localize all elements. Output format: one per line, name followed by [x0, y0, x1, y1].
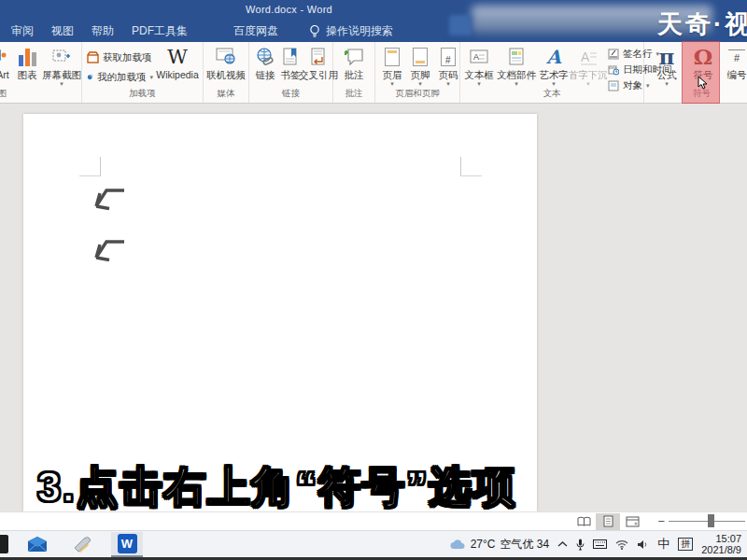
tab-pdf-tools[interactable]: PDF工具集: [132, 23, 188, 39]
wifi-icon[interactable]: [615, 539, 628, 550]
wordart-icon: A: [546, 45, 561, 69]
group-label-comments: 批注: [333, 88, 374, 100]
microphone-icon[interactable]: [576, 539, 585, 551]
taskbar-app-word[interactable]: W: [111, 532, 143, 557]
ribbon-group-comments: 批注 批注: [333, 42, 375, 103]
watermark: 天奇·视: [657, 7, 747, 41]
group-label-header-footer: 页眉和页脚: [375, 88, 459, 100]
browser-app-icon: [71, 535, 93, 553]
online-video-icon: [215, 45, 237, 69]
dropdown-arrow-icon: ▾: [390, 80, 394, 87]
document-page[interactable]: [23, 114, 537, 511]
mouse-cursor-icon: [698, 76, 709, 91]
ribbon-button-header[interactable]: 页眉 ▾: [380, 45, 404, 87]
tab-view[interactable]: 视图: [51, 23, 74, 39]
drop-cap-icon: A: [579, 45, 598, 69]
date-time-icon: [608, 64, 619, 76]
header-icon: [385, 48, 400, 66]
ribbon-group-addins: 获取加载项 我的加载项 ▾ W Wikipedia 加载项: [82, 42, 204, 103]
ribbon: Art 图表 屏幕截图 ▾ 插图: [0, 42, 747, 104]
ribbon-button-comment[interactable]: 批注: [335, 45, 373, 80]
word-window: Word.docx - Word 审阅 视图 帮助 PDF工具集 百度网盘 操作…: [0, 0, 747, 560]
ribbon-button-cross-reference[interactable]: 交叉引用: [303, 45, 334, 80]
print-layout-button[interactable]: [596, 513, 620, 530]
group-label-links: 链接: [249, 88, 332, 100]
ribbon-button-get-addins[interactable]: 获取加载项: [87, 48, 153, 67]
temperature: 27°C: [471, 538, 496, 551]
ribbon-button-link[interactable]: 链接: [252, 45, 278, 80]
ribbon-button-chart[interactable]: 图表: [13, 45, 41, 80]
ribbon-button-wordart[interactable]: A 艺术字 ▾: [539, 45, 569, 87]
word-app-icon: W: [118, 534, 137, 553]
air-quality: 空气优 34: [500, 537, 549, 553]
web-layout-button[interactable]: [620, 513, 644, 530]
zoom-slider[interactable]: −: [654, 514, 745, 528]
ribbon-button-quick-parts[interactable]: 文档部件 ▾: [497, 45, 536, 87]
ime-language-indicator[interactable]: 中: [657, 536, 669, 553]
ime-mode-indicator[interactable]: 拼: [678, 538, 693, 551]
zoom-out-icon[interactable]: −: [654, 514, 669, 528]
tab-baidu-netdisk[interactable]: 百度网盘: [233, 23, 278, 39]
speaker-icon[interactable]: [637, 539, 649, 550]
tab-review[interactable]: 审阅: [11, 23, 34, 39]
ribbon-button-online-video[interactable]: 联机视频: [204, 45, 247, 80]
document-workspace: [0, 105, 747, 511]
wikipedia-icon: W: [167, 45, 188, 69]
cloud-icon: [450, 539, 466, 550]
read-mode-button[interactable]: [571, 513, 596, 530]
clock-date: 2021/8/9: [701, 544, 741, 555]
ribbon-button-smartart[interactable]: Art: [0, 45, 13, 80]
margin-crop-mark-right: [460, 157, 482, 176]
ribbon-button-wikipedia[interactable]: W Wikipedia: [153, 45, 202, 80]
web-layout-icon: [626, 516, 640, 527]
weather-widget[interactable]: 27°C 空气优 34: [450, 537, 550, 553]
smartart-icon: [0, 45, 13, 69]
symbol-highlight-overlay: [682, 41, 720, 104]
ribbon-button-text-box[interactable]: A 文本框 ▾: [464, 45, 494, 87]
ribbon-button-my-addins[interactable]: 我的加载项 ▾: [87, 67, 153, 87]
window-title: Word.docx - Word: [246, 4, 332, 15]
taskbar-app-partial[interactable]: [0, 532, 8, 557]
zoom-thumb[interactable]: [708, 514, 714, 527]
ribbon-button-equation[interactable]: π 公式 ▾: [652, 45, 682, 87]
ribbon-button-page-number[interactable]: 页码 ▾: [436, 45, 460, 87]
my-addins-icon: [87, 71, 93, 83]
ribbon-button-screenshot[interactable]: 屏幕截图 ▾: [41, 45, 82, 87]
ribbon-group-links: 链接 书签 交叉引用 链接: [249, 42, 333, 103]
taskbar-app-browser[interactable]: [66, 532, 98, 557]
mail-app-icon: [26, 536, 49, 553]
ribbon-button-number[interactable]: # 编号: [725, 45, 747, 80]
dropdown-arrow-icon: ▾: [552, 80, 556, 87]
chart-icon: [19, 45, 36, 69]
paragraph-mark: [89, 182, 128, 217]
group-label-media: 媒体: [204, 88, 248, 100]
dropdown-arrow-icon: ▾: [514, 80, 518, 87]
taskbar: W 27°C 空气优 34 中 拼 15:07 2021/8/9: [0, 530, 747, 557]
taskbar-clock[interactable]: 15:07 2021/8/9: [701, 533, 741, 555]
touch-keyboard-icon[interactable]: [593, 539, 607, 549]
screenshot-icon: [51, 45, 72, 69]
zoom-track[interactable]: [669, 521, 745, 522]
print-layout-icon: [602, 515, 614, 527]
clock-time: 15:07: [701, 533, 741, 544]
tell-me-search[interactable]: 操作说明搜索: [309, 23, 393, 39]
taskbar-app-mail[interactable]: [21, 532, 53, 557]
equation-icon: π: [659, 45, 675, 69]
text-box-icon: A: [469, 45, 489, 69]
tab-help[interactable]: 帮助: [92, 23, 114, 39]
page-number-icon: [441, 48, 456, 66]
group-label-illustrations: 插图: [0, 88, 81, 100]
system-tray: 27°C 空气优 34 中 拼 15:07 2021/8/9: [450, 533, 747, 555]
cross-reference-icon: [309, 45, 328, 69]
paragraph-mark: [89, 233, 128, 269]
comment-icon: [343, 45, 365, 69]
svg-text:A: A: [473, 52, 479, 62]
signature-line-icon: [608, 49, 619, 60]
ribbon-group-header-footer: 页眉 ▾ 页脚 ▾ 页码 ▾ 页眉和页脚: [375, 42, 460, 103]
tray-expand-icon[interactable]: [557, 540, 568, 548]
tell-me-label: 操作说明搜索: [326, 23, 393, 39]
bookmark-icon: [282, 45, 299, 69]
dropdown-arrow-icon: ▾: [60, 80, 63, 87]
ribbon-button-footer[interactable]: 页脚 ▾: [408, 45, 432, 87]
ribbon-group-illustrations: Art 图表 屏幕截图 ▾ 插图: [0, 42, 82, 103]
